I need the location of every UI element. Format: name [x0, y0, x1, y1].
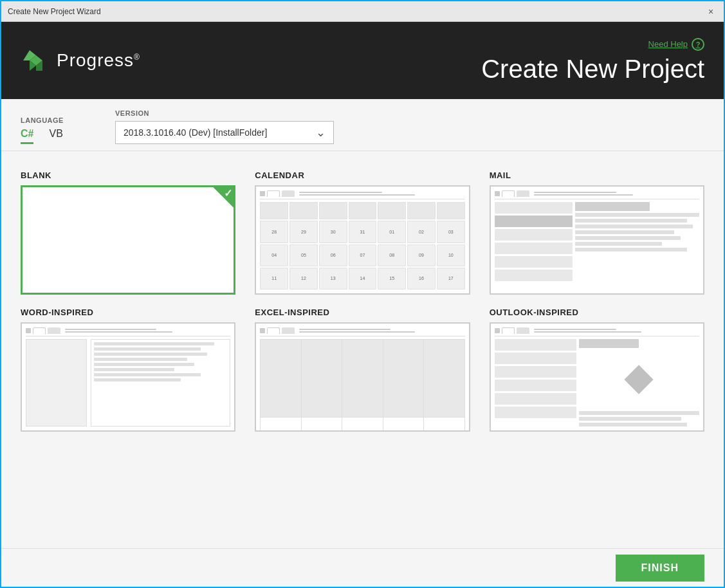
- header-right: Need Help ? Create New Project: [481, 38, 704, 84]
- template-calendar-card[interactable]: 28 29 30 31 01 02 03 04 05 06 07 08 09 1…: [255, 185, 470, 295]
- outlook-toolbar-icon: [495, 328, 500, 333]
- version-dropdown[interactable]: 2018.3.1016.40 (Dev) [InstallFolder] ⌄: [115, 121, 334, 144]
- version-control: VERSION 2018.3.1016.40 (Dev) [InstallFol…: [115, 109, 334, 144]
- excel-preview: [256, 324, 468, 430]
- template-blank-card[interactable]: ✓: [21, 185, 235, 295]
- close-button[interactable]: ×: [704, 5, 717, 18]
- language-label: LANGUAGE: [21, 116, 64, 124]
- template-word-inspired: WORD-INSPIRED: [21, 308, 235, 432]
- template-mail-label: MAIL: [490, 170, 704, 180]
- template-calendar-label: CALENDAR: [255, 170, 470, 180]
- excel-toolbar-icon: [260, 328, 265, 333]
- template-word-label: WORD-INSPIRED: [21, 308, 235, 317]
- tab-vb[interactable]: VB: [49, 128, 62, 144]
- version-label: VERSION: [115, 109, 334, 117]
- word-toolbar-icon: [26, 328, 31, 333]
- controls-area: LANGUAGE C# VB VERSION 2018.3.1016.40 (D…: [1, 99, 724, 151]
- logo-area: Progress®: [21, 46, 140, 75]
- template-blank: BLANK ✓: [21, 170, 235, 295]
- mail-toolbar-icon: [495, 191, 500, 196]
- progress-logo-icon: [21, 46, 49, 75]
- finish-button[interactable]: FINISH: [616, 555, 704, 582]
- outlook-preview: [491, 324, 703, 430]
- title-bar-text: Create New Project Wizard: [8, 7, 101, 16]
- calendar-preview: 28 29 30 31 01 02 03 04 05 06 07 08 09 1…: [256, 187, 468, 293]
- template-excel-label: EXCEL-INSPIRED: [255, 308, 470, 317]
- cal-toolbar-icon: [260, 191, 265, 196]
- footer: FINISH: [1, 548, 724, 587]
- logo-text: Progress®: [57, 50, 140, 71]
- template-excel-inspired: EXCEL-INSPIRED: [255, 308, 470, 432]
- tab-csharp[interactable]: C#: [21, 128, 33, 144]
- template-mail: MAIL: [490, 170, 704, 295]
- title-bar: Create New Project Wizard ×: [1, 1, 724, 22]
- template-excel-card[interactable]: [255, 322, 470, 432]
- templates-grid: BLANK ✓ CALENDAR: [1, 151, 724, 548]
- template-outlook-card[interactable]: [490, 322, 704, 432]
- word-preview: [22, 324, 234, 430]
- template-calendar: CALENDAR: [255, 170, 470, 295]
- template-outlook-inspired: OUTLOOK-INSPIRED: [490, 308, 704, 432]
- template-outlook-label: OUTLOOK-INSPIRED: [490, 308, 704, 317]
- blank-preview: [23, 187, 234, 293]
- template-mail-card[interactable]: [490, 185, 704, 295]
- language-control: LANGUAGE C# VB: [21, 116, 64, 144]
- need-help-link[interactable]: Need Help ?: [648, 38, 704, 51]
- help-icon[interactable]: ?: [692, 38, 704, 51]
- header: Progress® Need Help ? Create New Project: [1, 22, 724, 99]
- dropdown-arrow-icon: ⌄: [316, 125, 326, 140]
- template-blank-label: BLANK: [21, 170, 235, 180]
- page-title: Create New Project: [481, 55, 704, 84]
- outlook-diamond-icon: [625, 365, 654, 394]
- mail-preview: [491, 187, 703, 293]
- template-word-card[interactable]: [21, 322, 235, 432]
- language-tabs: C# VB: [21, 128, 64, 144]
